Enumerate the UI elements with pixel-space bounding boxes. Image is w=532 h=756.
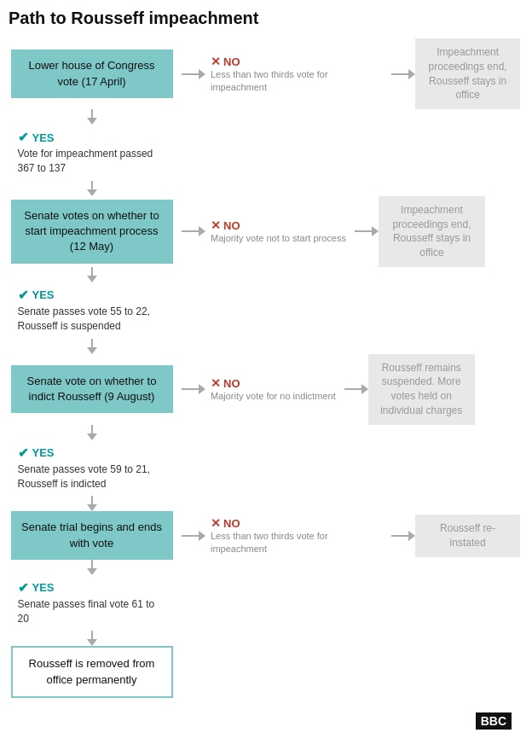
no-branch-2: ✕ NO Majority vote not to start process … — [182, 196, 485, 267]
main-col-3: Senate vote on whether to indict Roussef… — [9, 365, 175, 413]
arrow-head-4b — [87, 639, 97, 646]
xmark-icon-1: ✕ — [211, 55, 221, 68]
vert-2b — [11, 339, 173, 354]
horiz-arrow-4 — [182, 531, 205, 541]
no-branch-1: ✕ NO Less than two thirds vote for impea… — [182, 38, 520, 109]
no-text-4: Less than two thirds vote for impeachmen… — [211, 530, 383, 555]
no-label-box-2: ✕ NO Majority vote not to start process — [205, 218, 351, 244]
flow-row-3: Senate vote on whether to indict Roussef… — [9, 354, 520, 425]
vert-1b — [11, 181, 173, 196]
horiz-arrow-head-2 — [199, 226, 205, 236]
no-label-box-3: ✕ NO Majority vote for no indictment — [205, 376, 341, 402]
no-branch-4: ✕ NO Less than two thirds vote for impea… — [182, 515, 520, 557]
arrow-head-3 — [87, 433, 97, 440]
horiz-arrow-head-3 — [199, 384, 205, 394]
side-col-2: ✕ NO Majority vote not to start process … — [182, 196, 520, 267]
no-text-1: Less than two thirds vote for impeachmen… — [211, 68, 383, 93]
xmark-icon-4: ✕ — [211, 516, 221, 530]
yes-block-1: ✔ YES Vote for impeachment passed 367 to… — [11, 126, 173, 179]
yes-text-2: Senate passes vote 55 to 22, Rousseff is… — [18, 305, 166, 334]
horiz-arrow-2 — [182, 226, 205, 236]
no-text-2: Majority vote not to start process — [211, 232, 346, 244]
outcome-box-3: Rousseff remains suspended. More votes h… — [368, 354, 475, 425]
yes-label-1: ✔ YES — [18, 130, 55, 145]
horiz-line-4 — [182, 535, 199, 537]
vert-3b — [11, 496, 173, 511]
xmark-icon-3: ✕ — [211, 376, 221, 390]
xmark-icon-2: ✕ — [211, 218, 221, 232]
yes-text-4: Senate passes final vote 61 to 20 — [18, 597, 166, 626]
step-box-4: Senate trial begins and ends with vote — [11, 511, 173, 559]
horiz-arrow2-2 — [355, 226, 379, 236]
vert-3 — [11, 425, 173, 440]
arrow-head-1 — [87, 118, 97, 125]
yes-block-2: ✔ YES Senate passes vote 55 to 22, Rouss… — [11, 284, 173, 337]
yes-text-1: Vote for impeachment passed 367 to 137 — [18, 147, 166, 176]
horiz-line-2 — [182, 230, 199, 232]
flow-row-2: Senate votes on whether to start impeach… — [9, 196, 520, 267]
final-section: Rousseff is removed from office permanen… — [9, 646, 175, 697]
flowchart: Path to Rousseff impeachment Lower house… — [9, 9, 520, 730]
horiz-arrow-3 — [182, 384, 205, 394]
yes-block-3: ✔ YES Senate passes vote 59 to 21, Rouss… — [11, 442, 173, 495]
yes-text-3: Senate passes vote 59 to 21, Rousseff is… — [18, 462, 166, 491]
horiz-line-2b — [355, 230, 372, 232]
yes-section-2: ✔ YES Senate passes vote 55 to 22, Rouss… — [9, 267, 175, 354]
arrow-head-1b — [87, 189, 97, 196]
yes-section-4: ✔ YES Senate passes final vote 61 to 20 — [9, 560, 175, 647]
main-col-1: Lower house of Congress vote (17 April) — [9, 49, 175, 97]
horiz-arrow2-1 — [391, 69, 415, 79]
horiz-arrow-head-1 — [199, 69, 205, 79]
horiz-line-3b — [344, 388, 361, 390]
outcome-box-1: Impeachment proceedings end, Rousseff st… — [415, 38, 520, 109]
horiz-line-4b — [391, 535, 408, 537]
vert-1 — [11, 109, 173, 125]
no-branch-3: ✕ NO Majority vote for no indictment Rou… — [182, 354, 475, 425]
step-box-3: Senate vote on whether to indict Roussef… — [11, 365, 173, 413]
check-icon-4: ✔ — [18, 580, 29, 596]
horiz-arrow2-4 — [391, 531, 415, 541]
vert-4b — [11, 631, 173, 646]
main-col-2: Senate votes on whether to start impeach… — [9, 200, 175, 264]
check-icon-1: ✔ — [18, 130, 29, 145]
check-icon-2: ✔ — [18, 288, 29, 303]
flow-row-1: Lower house of Congress vote (17 April) … — [9, 38, 520, 109]
horiz-arrow-head-4 — [199, 531, 205, 541]
outcome-box-2: Impeachment proceedings end, Rousseff st… — [379, 196, 485, 267]
main-col-4: Senate trial begins and ends with vote — [9, 511, 175, 559]
side-col-3: ✕ NO Majority vote for no indictment Rou… — [182, 354, 520, 425]
horiz-line-3 — [182, 388, 199, 390]
outcome-box-4: Rousseff re-instated — [415, 515, 520, 557]
horiz-arrow2-3 — [344, 384, 368, 394]
no-label-4: ✕ NO — [211, 516, 240, 530]
bbc-label: BBC — [476, 712, 512, 730]
no-label-3: ✕ NO — [211, 376, 240, 390]
horiz-arrow-head-3b — [361, 384, 368, 394]
check-icon-3: ✔ — [18, 445, 29, 461]
yes-block-4: ✔ YES Senate passes final vote 61 to 20 — [11, 577, 173, 630]
no-label-2: ✕ NO — [211, 218, 240, 232]
horiz-arrow-head-2b — [372, 226, 379, 236]
side-col-4: ✕ NO Less than two thirds vote for impea… — [182, 515, 520, 557]
yes-label-2: ✔ YES — [18, 288, 55, 303]
yes-label-3: ✔ YES — [18, 445, 55, 461]
vert-2 — [11, 267, 173, 282]
step-box-2: Senate votes on whether to start impeach… — [11, 200, 173, 264]
vert-4 — [11, 560, 173, 575]
page-title: Path to Rousseff impeachment — [9, 9, 520, 28]
yes-section-3: ✔ YES Senate passes vote 59 to 21, Rouss… — [9, 425, 175, 512]
arrow-head-3b — [87, 504, 97, 511]
no-label-box-1: ✕ NO Less than two thirds vote for impea… — [205, 55, 388, 93]
arrow-head-4 — [87, 568, 97, 575]
arrow-head-2b — [87, 347, 97, 354]
no-label-1: ✕ NO — [211, 55, 240, 68]
step-box-1: Lower house of Congress vote (17 April) — [11, 49, 173, 97]
final-box: Rousseff is removed from office permanen… — [11, 646, 173, 697]
horiz-line-1b — [391, 73, 408, 75]
no-text-3: Majority vote for no indictment — [211, 390, 336, 402]
horiz-arrow-1 — [182, 69, 205, 79]
flow-row-4: Senate trial begins and ends with vote ✕… — [9, 511, 520, 559]
horiz-line-1 — [182, 73, 199, 75]
horiz-arrow-head-4b — [408, 531, 415, 541]
yes-label-4: ✔ YES — [18, 580, 55, 596]
